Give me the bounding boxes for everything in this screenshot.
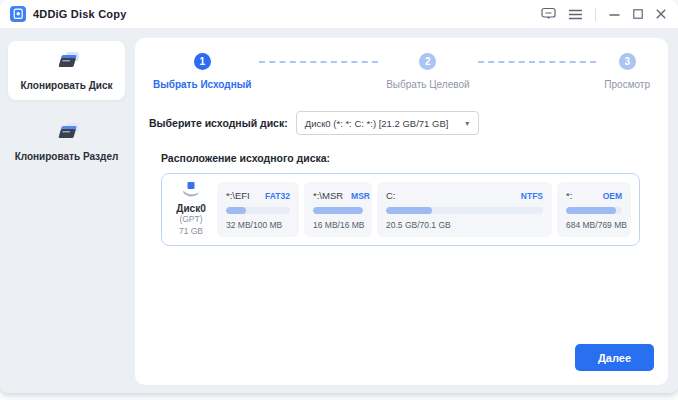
titlebar-left: 4DDiG Disk Copy xyxy=(10,6,126,22)
step-preview: 3 Просмотр xyxy=(604,53,650,90)
partition-usage-text: 684 MB/769 MB xyxy=(566,220,622,230)
source-disk-row: Выберите исходный диск: Диск0 (*: *: C: … xyxy=(149,111,668,135)
step-select-source: 1 Выбрать Исходный xyxy=(153,53,251,90)
step-label: Выбрать Исходный xyxy=(153,79,251,90)
sidebar-item-clone-disk[interactable]: Клонировать Диск xyxy=(8,41,125,100)
source-disk-selected-value: Диск0 (*: *: C: *:) [21.2 GB/71 GB] xyxy=(305,118,449,129)
source-disk-label: Выберите исходный диск: xyxy=(149,117,288,129)
sidebar-item-label: Клонировать Раздел xyxy=(12,151,121,162)
partition-usage-fill xyxy=(566,207,616,214)
disk-icon xyxy=(181,182,201,201)
titlebar-separator xyxy=(595,8,596,21)
partition-usage-bar xyxy=(566,207,622,214)
disk-layout-card: Диск0 (GPT) 71 GB *:\EFI FAT32 32 MB/100… xyxy=(161,173,640,246)
disk-layout-title: Расположение исходного диска: xyxy=(161,152,654,164)
main-panel: 1 Выбрать Исходный 2 Выбрать Целевой 3 П… xyxy=(135,38,668,385)
disk-copy-icon xyxy=(53,51,81,74)
partition-name: *: xyxy=(566,190,572,201)
step-connector xyxy=(478,61,597,63)
disk-scheme: (GPT) xyxy=(170,214,212,225)
app-logo-icon xyxy=(10,6,26,22)
app-title: 4DDiG Disk Copy xyxy=(33,8,126,20)
partition-filesystem: OEM xyxy=(603,191,622,201)
step-select-target: 2 Выбрать Целевой xyxy=(386,53,469,90)
close-icon[interactable] xyxy=(656,9,666,19)
titlebar: 4DDiG Disk Copy xyxy=(0,0,678,28)
app-window: 4DDiG Disk Copy xyxy=(0,0,678,393)
partition-filesystem: NTFS xyxy=(521,191,543,201)
disk-name: Диск0 xyxy=(170,203,212,214)
partition-filesystem: FAT32 xyxy=(265,191,290,201)
partition-c: C: NTFS 20.5 GB/70.1 GB xyxy=(377,182,552,237)
content-area: Клонировать Диск Клонировать Раздел xyxy=(0,28,678,393)
menu-icon[interactable] xyxy=(569,9,582,20)
partition-usage-text: 32 MB/100 MB xyxy=(226,220,290,230)
disk-layout-section: Расположение исходного диска: Диск0 (GPT… xyxy=(161,152,654,246)
partition-usage-fill xyxy=(386,207,432,214)
step-circle: 2 xyxy=(419,53,436,70)
step-label: Просмотр xyxy=(604,79,650,90)
source-disk-select[interactable]: Диск0 (*: *: C: *:) [21.2 GB/71 GB] ▼ xyxy=(296,111,479,135)
disk-size: 71 GB xyxy=(170,226,212,237)
sidebar-item-clone-partition[interactable]: Клонировать Раздел xyxy=(8,112,125,171)
disk-info: Диск0 (GPT) 71 GB xyxy=(170,182,212,236)
partition-usage-text: 20.5 GB/70.1 GB xyxy=(386,220,543,230)
titlebar-controls xyxy=(541,7,666,21)
chevron-down-icon: ▼ xyxy=(464,120,471,127)
stepper: 1 Выбрать Исходный 2 Выбрать Целевой 3 П… xyxy=(135,38,668,90)
partition-efi: *:\EFI FAT32 32 MB/100 MB xyxy=(217,182,299,237)
feedback-icon[interactable] xyxy=(541,7,556,21)
maximize-icon[interactable] xyxy=(633,9,643,19)
partition-usage-bar xyxy=(386,207,543,214)
partition-name: C: xyxy=(386,190,396,201)
partition-filesystem: MSR xyxy=(351,191,370,201)
partition-name: *:\EFI xyxy=(226,190,250,201)
partition-usage-fill xyxy=(313,207,363,214)
step-label: Выбрать Целевой xyxy=(386,79,469,90)
sidebar-item-label: Клонировать Диск xyxy=(12,80,121,91)
partition-usage-bar xyxy=(313,207,363,214)
step-connector xyxy=(259,61,378,63)
sidebar: Клонировать Диск Клонировать Раздел xyxy=(0,28,133,393)
partition-msr: *:\MSR MSR 16 MB/16 MB xyxy=(304,182,372,237)
partition-name: *:\MSR xyxy=(313,190,343,201)
partition-usage-fill xyxy=(226,207,246,214)
step-circle: 3 xyxy=(619,53,636,70)
partition-usage-bar xyxy=(226,207,290,214)
minimize-icon[interactable] xyxy=(609,9,620,20)
partition-oem: *: OEM 684 MB/769 MB xyxy=(557,182,631,237)
partition-copy-icon xyxy=(53,122,81,145)
next-button[interactable]: Далее xyxy=(575,344,654,371)
step-circle: 1 xyxy=(194,53,211,70)
partition-usage-text: 16 MB/16 MB xyxy=(313,220,363,230)
